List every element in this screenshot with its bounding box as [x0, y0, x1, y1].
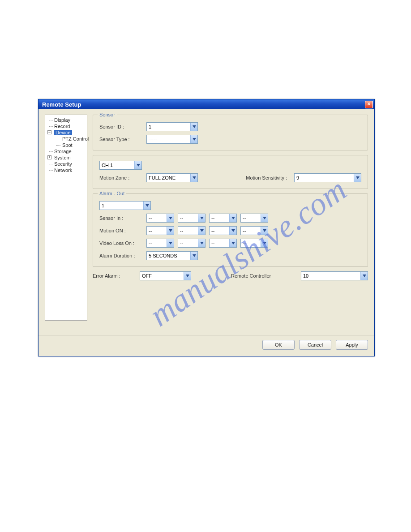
motion-on-select-1[interactable]: -- [146, 226, 174, 235]
tree-label: Record [54, 124, 70, 129]
select-value: -- [241, 228, 261, 233]
chevron-down-icon [354, 174, 361, 182]
tree-label: Display [54, 117, 70, 123]
motion-zone-label: Motion Zone : [99, 175, 146, 180]
group-legend-sensor: Sensor [98, 112, 117, 117]
chevron-down-icon [229, 239, 236, 247]
tree-item-device[interactable]: − Device [46, 129, 86, 136]
remote-controller-label: Remote Controller [231, 273, 294, 279]
select-value: -- [241, 240, 261, 246]
chevron-down-icon [134, 161, 141, 169]
window-body: Display Record − Device PTZ Control Spot… [39, 109, 374, 326]
video-loss-label: Video Loss On : [99, 240, 146, 246]
group-legend-alarm: Alarm - Out [98, 191, 126, 196]
tree-item-security[interactable]: Security [46, 161, 86, 167]
sensor-group: Sensor Sensor ID : 1 Sensor Type : ----- [93, 115, 368, 150]
chevron-down-icon [229, 227, 236, 235]
channel-select[interactable]: CH 1 [99, 161, 142, 170]
chevron-down-icon [229, 214, 236, 222]
sensor-id-select[interactable]: 1 [146, 122, 198, 131]
tree-item-record[interactable]: Record [46, 123, 86, 129]
tree-item-ptz-control[interactable]: PTZ Control [46, 136, 86, 142]
motion-on-select-4[interactable]: -- [240, 226, 268, 235]
select-value: -- [178, 215, 198, 221]
window-title: Remote Setup [42, 101, 81, 108]
motion-sensitivity-select[interactable]: 9 [294, 173, 361, 182]
remote-setup-window: Remote Setup × Display Record − Device P… [38, 99, 375, 356]
chevron-down-icon [190, 123, 197, 131]
tree-label: Security [54, 161, 72, 167]
select-value: CH 1 [100, 163, 134, 168]
remote-controller-select[interactable]: 10 [301, 271, 368, 280]
sensor-type-label: Sensor Type : [99, 137, 146, 142]
sensor-in-select-3[interactable]: -- [209, 214, 237, 223]
tree-label: Network [54, 167, 72, 173]
select-value: -- [210, 228, 229, 233]
chevron-down-icon [167, 214, 174, 222]
sensor-type-select[interactable]: ----- [146, 135, 198, 144]
select-value: -- [178, 240, 198, 246]
select-value: OFF [140, 273, 184, 279]
sensor-in-label: Sensor In : [99, 215, 146, 221]
motion-on-label: Motion ON : [99, 228, 146, 233]
collapse-icon[interactable]: − [47, 130, 51, 134]
video-loss-select-4[interactable]: -- [240, 239, 268, 248]
select-value: -- [210, 240, 229, 246]
select-value: -- [147, 240, 167, 246]
sensor-in-select-4[interactable]: -- [240, 214, 268, 223]
chevron-down-icon [167, 227, 174, 235]
tree-label: Device [54, 130, 72, 135]
select-value: -- [147, 228, 167, 233]
tree-item-storage[interactable]: Storage [46, 148, 86, 154]
motion-on-select-3[interactable]: -- [209, 226, 237, 235]
motion-zone-select[interactable]: FULL ZONE [146, 173, 198, 182]
select-value: FULL ZONE [147, 175, 190, 180]
chevron-down-icon [360, 272, 368, 280]
chevron-down-icon [198, 214, 205, 222]
chevron-down-icon [143, 202, 150, 210]
sensor-in-select-1[interactable]: -- [146, 214, 174, 223]
chevron-down-icon [198, 227, 205, 235]
motion-group: CH 1 Motion Zone : FULL ZONE Motion Sens… [93, 155, 368, 189]
select-value: -- [147, 215, 167, 221]
tree-item-spot[interactable]: Spot [46, 142, 86, 148]
expand-icon[interactable]: + [47, 155, 51, 159]
cancel-button[interactable]: Cancel [299, 340, 331, 350]
ok-button[interactable]: OK [262, 340, 295, 350]
tree-item-network[interactable]: Network [46, 167, 86, 173]
close-icon: × [367, 101, 370, 107]
video-loss-select-2[interactable]: -- [178, 239, 206, 248]
window-titlebar[interactable]: Remote Setup × [39, 99, 374, 109]
video-loss-select-3[interactable]: -- [209, 239, 237, 248]
button-bar: OK Cancel Apply [39, 340, 374, 356]
chevron-down-icon [261, 239, 268, 247]
select-value: 1 [100, 203, 143, 208]
alarm-duration-label: Alarm Duration : [99, 253, 146, 258]
apply-button[interactable]: Apply [336, 340, 368, 350]
sensor-id-label: Sensor ID : [99, 124, 146, 129]
chevron-down-icon [261, 227, 268, 235]
footer-area: OK Cancel Apply [39, 335, 374, 356]
divider [39, 335, 374, 335]
motion-on-select-2[interactable]: -- [178, 226, 206, 235]
select-value: -- [210, 215, 229, 221]
tree-item-display[interactable]: Display [46, 117, 86, 123]
sensor-in-select-2[interactable]: -- [178, 214, 206, 223]
chevron-down-icon [198, 239, 205, 247]
select-value: -- [178, 228, 198, 233]
tree-label: PTZ Control [62, 136, 89, 142]
motion-sensitivity-label: Motion Sensitivity : [246, 175, 287, 180]
error-alarm-select[interactable]: OFF [140, 271, 191, 280]
video-loss-select-1[interactable]: -- [146, 239, 174, 248]
alarm-out-group: Alarm - Out 1 Sensor In : -- -- -- -- Mo… [93, 193, 368, 267]
select-value: 10 [301, 273, 360, 279]
chevron-down-icon [190, 174, 197, 182]
alarm-out-select[interactable]: 1 [99, 201, 151, 210]
chevron-down-icon [184, 272, 191, 280]
tree-label: Spot [62, 142, 73, 148]
alarm-duration-select[interactable]: 5 SECONDS [146, 251, 198, 260]
tree-item-system[interactable]: + System [46, 154, 86, 161]
main-panel: Sensor Sensor ID : 1 Sensor Type : ----- [93, 115, 368, 321]
close-button[interactable]: × [365, 101, 373, 108]
select-value: -- [241, 215, 261, 221]
